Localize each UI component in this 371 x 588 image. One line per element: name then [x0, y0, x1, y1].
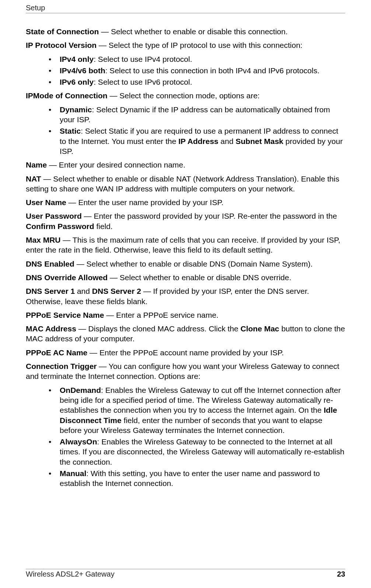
para-user-password: User Password — Enter the password provi… — [26, 211, 345, 231]
list-item: Manual: With this setting, you have to e… — [60, 468, 345, 489]
page-header: Setup — [26, 4, 345, 13]
desc-dns-enabled: — Select whether to enable or disable DN… — [74, 260, 313, 268]
list-item: IPv4/v6 both: Select to use this connect… — [60, 66, 345, 75]
term-name: Name — [26, 161, 47, 169]
list-item: AlwaysOn: Enables the Wireless Gateway t… — [60, 437, 345, 467]
desc-ondemand-a: : Enables the Wireless Gateway to cut of… — [60, 386, 341, 415]
list-item: Dynamic: Select Dynamic if the IP addres… — [60, 105, 345, 125]
para-dns-override: DNS Override Allowed — Select whether to… — [26, 272, 345, 282]
desc-name: — Enter your desired connection name. — [47, 161, 185, 169]
desc-dns-override: — Select whether to enable or disable DN… — [108, 273, 291, 282]
list-item: IPv4 only: Select to use IPv4 protocol. — [60, 54, 345, 64]
term-ipv4v6-both: IPv4/v6 both — [60, 66, 105, 75]
term-clone-mac: Clone Mac — [241, 324, 279, 333]
footer-product-name: Wireless ADSL2+ Gateway — [26, 570, 115, 578]
para-pppoe-service-name: PPPoE Service Name — Enter a PPPoE servi… — [26, 310, 345, 320]
term-confirm-password: Confirm Password — [26, 222, 94, 230]
desc-pppoe-service-name: — Enter a PPPoE service name. — [104, 311, 218, 319]
para-ipmode-of-connection: IPMode of Connection — Select the connec… — [26, 91, 345, 101]
desc-dynamic: : Select Dynamic if the IP address can b… — [60, 105, 330, 124]
desc-state-of-connection: — Select whether to enable or disable th… — [99, 27, 287, 36]
term-ipv4-only: IPv4 only — [60, 55, 94, 63]
term-dns-override-allowed: DNS Override Allowed — [26, 273, 108, 282]
header-section-title: Setup — [26, 4, 45, 12]
list-item: Static: Select Static if you are require… — [60, 126, 345, 156]
term-user-password: User Password — [26, 212, 82, 220]
term-mac-address: MAC Address — [26, 324, 76, 333]
term-ipmode-of-connection: IPMode of Connection — [26, 91, 108, 100]
term-pppoe-service-name: PPPoE Service Name — [26, 311, 104, 319]
para-state-of-connection: State of Connection — Select whether to … — [26, 27, 345, 36]
desc-user-password-a: — Enter the password provided by your IS… — [82, 212, 337, 220]
desc-pppoe-ac-name: — Enter the PPPoE account name provided … — [87, 348, 284, 357]
term-nat: NAT — [26, 175, 41, 183]
term-ip-protocol-version: IP Protocol Version — [26, 41, 97, 49]
list-ip-protocol-options: IPv4 only: Select to use IPv4 protocol. … — [26, 54, 345, 87]
desc-user-password-b: field. — [94, 222, 113, 230]
desc-mac-a: — Displays the cloned MAC address. Click… — [76, 324, 241, 333]
desc-max-mru: — This is the maximum rate of cells that… — [26, 236, 340, 254]
term-static: Static — [60, 127, 81, 135]
desc-ipmode-of-connection: — Select the connection mode, options ar… — [108, 91, 260, 100]
body-content: State of Connection — Select whether to … — [26, 27, 345, 489]
desc-ip-protocol-version: — Select the type of IP protocol to use … — [97, 41, 302, 49]
term-dns-server-1: DNS Server 1 — [26, 287, 75, 295]
list-ipmode-options: Dynamic: Select Dynamic if the IP addres… — [26, 105, 345, 156]
para-connection-trigger: Connection Trigger — You can configure h… — [26, 361, 345, 381]
desc-ipv6-only: : Select to use IPv6 protocol. — [94, 78, 192, 86]
para-user-name: User Name — Enter the user name provided… — [26, 197, 345, 207]
term-ip-address: IP Address — [178, 137, 218, 145]
page-container: Setup State of Connection — Select wheth… — [0, 0, 371, 588]
desc-ipv4-only: : Select to use IPv4 protocol. — [94, 55, 192, 63]
desc-alwayson: : Enables the Wireless Gateway to be con… — [60, 437, 344, 466]
desc-nat: — Select whether to enable or disable NA… — [26, 175, 339, 193]
para-ip-protocol-version: IP Protocol Version — Select the type of… — [26, 40, 345, 50]
desc-user-name: — Enter the user name provided by your I… — [66, 198, 224, 207]
para-max-mru: Max MRU — This is the maximum rate of ce… — [26, 235, 345, 255]
footer-page-number: 23 — [337, 570, 345, 578]
term-pppoe-ac-name: PPPoE AC Name — [26, 348, 87, 357]
term-connection-trigger: Connection Trigger — [26, 362, 97, 370]
para-name: Name — Enter your desired connection nam… — [26, 160, 345, 170]
term-ipv6-only: IPv6 only — [60, 78, 94, 86]
para-pppoe-ac-name: PPPoE AC Name — Enter the PPPoE account … — [26, 348, 345, 358]
list-item: IPv6 only: Select to use IPv6 protocol. — [60, 77, 345, 87]
term-max-mru: Max MRU — [26, 236, 61, 244]
desc-manual: : With this setting, you have to enter t… — [60, 469, 320, 487]
term-dns-enabled: DNS Enabled — [26, 260, 74, 268]
term-ondemand: OnDemand — [60, 386, 101, 394]
term-manual: Manual — [60, 469, 86, 478]
page-footer: Wireless ADSL2+ Gateway 23 — [26, 569, 345, 578]
term-dynamic: Dynamic — [60, 105, 92, 114]
para-mac-address: MAC Address — Displays the cloned MAC ad… — [26, 324, 345, 344]
term-alwayson: AlwaysOn — [60, 437, 97, 446]
desc-static-b: and — [218, 137, 236, 145]
term-user-name: User Name — [26, 198, 66, 207]
para-nat: NAT — Select whether to enable or disabl… — [26, 174, 345, 194]
para-dns-servers: DNS Server 1 and DNS Server 2 — If provi… — [26, 286, 345, 306]
term-subnet-mask: Subnet Mask — [236, 137, 284, 145]
desc-ipv4v6-both: : Select to use this connection in both … — [105, 66, 319, 75]
text-dns-and: and — [75, 287, 92, 295]
list-item: OnDemand: Enables the Wireless Gateway t… — [60, 385, 345, 435]
para-dns-enabled: DNS Enabled — Select whether to enable o… — [26, 259, 345, 269]
term-state-of-connection: State of Connection — [26, 27, 99, 36]
term-dns-server-2: DNS Server 2 — [92, 287, 141, 295]
list-connection-trigger-options: OnDemand: Enables the Wireless Gateway t… — [26, 385, 345, 489]
